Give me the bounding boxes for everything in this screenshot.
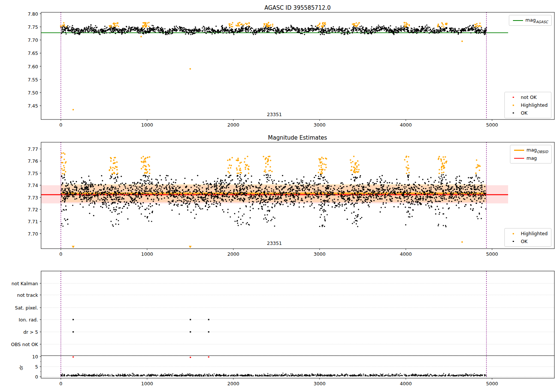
top-x-tick-2: 2000 bbox=[227, 122, 239, 128]
legend-row-highlighted-mid: Highlighted bbox=[508, 230, 548, 237]
bot-x-tick-2: 2000 bbox=[227, 381, 239, 386]
top-y-tick-3: 7.65 bbox=[28, 50, 38, 56]
mid-y-tick-3: 7.74 bbox=[28, 183, 38, 188]
bot-x-tick-5: 5000 bbox=[486, 381, 498, 386]
flag-label-2: Sat. pixel. bbox=[15, 305, 38, 311]
mid-x-tick-4: 4000 bbox=[400, 251, 412, 257]
top-y-tick-1: 7.75 bbox=[28, 24, 38, 29]
figure: AGASC ID 395585712.0 Magnitude Estimates… bbox=[0, 0, 560, 392]
bot-x-tick-1: 1000 bbox=[141, 381, 153, 386]
top-y-tick-7: 7.45 bbox=[28, 103, 38, 109]
mid-y-tick-2: 7.75 bbox=[28, 170, 38, 176]
legend-top-points: not OK Highlighted OK bbox=[504, 92, 551, 118]
mid-y-tick-4: 7.73 bbox=[28, 195, 38, 200]
top-x-tick-3: 3000 bbox=[314, 122, 326, 128]
highlighted-dot-swatch bbox=[508, 105, 519, 106]
mag-obsid-line-swatch bbox=[514, 150, 524, 151]
top-y-tick-2: 7.70 bbox=[28, 37, 38, 43]
not-ok-dot-swatch bbox=[508, 97, 519, 98]
top-x-tick-4: 4000 bbox=[400, 122, 412, 128]
flag-label-5: OBS not OK bbox=[11, 342, 38, 347]
top-y-tick-4: 7.60 bbox=[28, 63, 38, 69]
legend-label-highlighted: Highlighted bbox=[521, 102, 548, 108]
top-y-tick-5: 7.55 bbox=[28, 77, 38, 82]
legend-row-ok: OK bbox=[508, 109, 548, 117]
dr-tick-2: 0 bbox=[35, 374, 38, 380]
legend-label-mag-obsid: magOBSID bbox=[526, 147, 548, 154]
mid-y-tick-5: 7.72 bbox=[28, 206, 38, 212]
mid-y-tick-0: 7.77 bbox=[28, 146, 38, 152]
top-y-tick-6: 7.50 bbox=[28, 90, 38, 95]
top-x-tick-1: 1000 bbox=[141, 122, 153, 128]
legend-row-highlighted: Highlighted bbox=[508, 101, 548, 109]
mid-x-tick-1: 1000 bbox=[141, 251, 153, 257]
bot-x-tick-4: 4000 bbox=[400, 381, 412, 386]
legend-row-mag: mag bbox=[514, 154, 548, 162]
flag-label-3: Ion. rad. bbox=[19, 317, 38, 323]
top-y-tick-0: 7.80 bbox=[28, 11, 38, 16]
flag-label-0: not Kalman bbox=[12, 281, 38, 286]
dr-tick-1: 5 bbox=[35, 364, 38, 370]
legend-label-ok-mid: OK bbox=[521, 239, 528, 244]
ok-dot-swatch bbox=[508, 112, 519, 114]
mid-x-tick-3: 3000 bbox=[314, 251, 326, 257]
highlighted-dot-swatch-mid bbox=[508, 233, 519, 234]
middle-plot-title: Magnitude Estimates bbox=[268, 134, 327, 141]
dr-axis-label: dr bbox=[18, 365, 24, 370]
legend-label-not-ok: not OK bbox=[521, 94, 536, 100]
legend-row-mag-obsid: magOBSID bbox=[514, 146, 548, 154]
legend-label-highlighted-mid: Highlighted bbox=[521, 231, 548, 236]
legend-label-ok: OK bbox=[521, 110, 528, 116]
mid-y-tick-1: 7.76 bbox=[28, 158, 38, 164]
mid-x-tick-0: 0 bbox=[59, 251, 62, 257]
flag-label-4: dr > 5 bbox=[24, 329, 38, 335]
obsid-annotation-top: 23351 bbox=[267, 112, 282, 117]
bot-x-tick-0: 0 bbox=[59, 381, 62, 386]
legend-row-not-ok: not OK bbox=[508, 93, 548, 101]
top-plot-title: AGASC ID 395585712.0 bbox=[264, 4, 331, 11]
mid-y-tick-7: 7.70 bbox=[28, 231, 38, 236]
mag-line-swatch bbox=[514, 158, 524, 159]
legend-label-mag-agasc: magAGASC bbox=[525, 17, 548, 24]
dr-tick-0: 10 bbox=[32, 354, 38, 360]
top-x-tick-0: 0 bbox=[59, 122, 62, 128]
mid-x-tick-5: 5000 bbox=[486, 251, 498, 257]
legend-label-mag: mag bbox=[526, 155, 537, 161]
obsid-annotation-middle: 23351 bbox=[267, 240, 282, 246]
plots-canvas bbox=[0, 0, 560, 392]
mag-agasc-line-swatch bbox=[513, 20, 523, 21]
mid-y-tick-6: 7.71 bbox=[28, 219, 38, 224]
legend-row-ok-mid: OK bbox=[508, 237, 548, 245]
ok-dot-swatch-mid bbox=[508, 241, 519, 242]
flag-label-1: not track bbox=[17, 292, 38, 298]
legend-row-mag-agasc: magAGASC bbox=[513, 16, 548, 24]
top-x-tick-5: 5000 bbox=[486, 122, 498, 128]
legend-middle-points: Highlighted OK bbox=[504, 228, 551, 247]
bot-x-tick-3: 3000 bbox=[314, 381, 326, 386]
mid-x-tick-2: 2000 bbox=[227, 251, 239, 257]
legend-mag-agasc: magAGASC bbox=[509, 15, 552, 26]
legend-mag-lines: magOBSID mag bbox=[510, 145, 552, 164]
